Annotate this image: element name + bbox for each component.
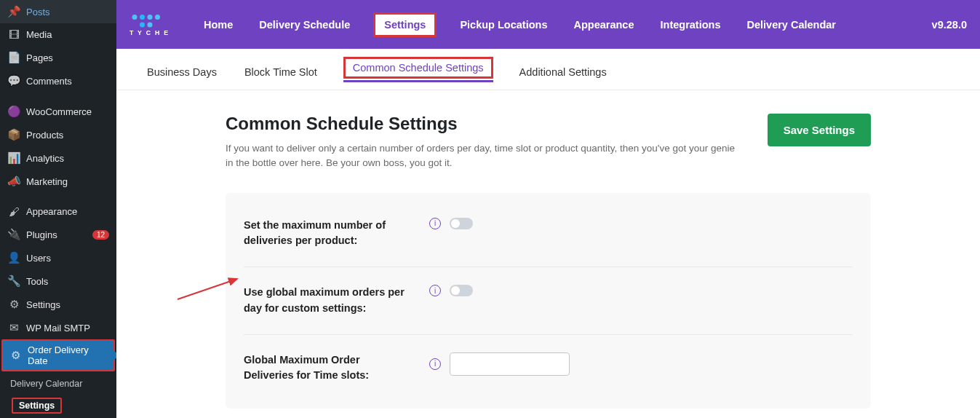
nav-settings[interactable]: Settings <box>373 19 437 31</box>
mega-icon: 📣 <box>7 175 20 188</box>
brush-icon: 🖌 <box>7 205 20 218</box>
page-icon: 📄 <box>7 51 20 64</box>
subtab-common-schedule-settings[interactable]: Common Schedule Settings <box>343 62 493 82</box>
sidebar-item-analytics[interactable]: 📊Analytics <box>0 146 116 170</box>
sidebar-item-pages[interactable]: 📄Pages <box>0 46 116 69</box>
pin-icon: 📌 <box>7 5 20 18</box>
subtab-business-days[interactable]: Business Days <box>146 62 218 82</box>
sidebar-subitem-delivery-calendar[interactable]: Delivery Calendar <box>0 374 116 393</box>
nav-integrations[interactable]: Integrations <box>658 13 724 36</box>
info-icon[interactable]: i <box>429 358 441 370</box>
sidebar-item-products[interactable]: 📦Products <box>0 123 116 146</box>
sidebar-item-label: Order Delivery Date <box>28 344 108 366</box>
svg-line-7 <box>178 279 237 299</box>
sidebar-item-woocommerce[interactable]: 🟣WooCommerce <box>0 100 116 123</box>
user-icon: 👤 <box>7 251 20 264</box>
brand-logo: T Y C H E <box>130 11 180 39</box>
settings-subtabs: Business DaysBlock Time SlotCommon Sched… <box>116 49 980 90</box>
sidebar-item-label: Pages <box>26 52 109 63</box>
sidebar-item-label: Settings <box>26 299 109 310</box>
sidebar-item-label: Marketing <box>26 176 109 187</box>
sidebar-item-media[interactable]: 🎞Media <box>0 23 116 46</box>
sidebar-item-plugins[interactable]: 🔌Plugins12 <box>0 223 116 246</box>
wrench-icon: 🔧 <box>7 275 20 288</box>
woo-icon: 🟣 <box>7 105 20 118</box>
field-label-use-global-max: Use global maximum orders per day for cu… <box>244 285 407 317</box>
nav-appearance[interactable]: Appearance <box>570 13 637 36</box>
gear-icon: ⚙ <box>9 349 22 362</box>
svg-point-3 <box>155 15 160 20</box>
plugin-topnav: T Y C H E HomeDelivery ScheduleSettingsP… <box>116 0 980 49</box>
sidebar-item-comments[interactable]: 💬Comments <box>0 69 116 92</box>
settings-panel: Set the maximum number of deliveries per… <box>226 193 871 409</box>
sidebar-subitem-settings[interactable]: Settings <box>0 393 116 418</box>
page-title: Common Schedule Settings <box>226 114 753 134</box>
sidebar-item-tools[interactable]: 🔧Tools <box>0 269 116 293</box>
sidebar-item-label: Comments <box>26 76 109 87</box>
update-count-badge: 12 <box>92 230 109 240</box>
sidebar-item-label: WP Mail SMTP <box>26 323 109 334</box>
plugin-version: v9.28.0 <box>932 19 967 31</box>
sidebar-item-label: Products <box>26 130 109 141</box>
field-label-max-per-product: Set the maximum number of deliveries per… <box>244 218 407 250</box>
sidebar-item-label: Analytics <box>26 153 109 164</box>
sidebar-item-label: Tools <box>26 276 109 287</box>
nav-delivery-calendar[interactable]: Delivery Calendar <box>744 13 839 36</box>
svg-point-5 <box>148 22 153 27</box>
svg-point-1 <box>140 15 145 20</box>
sidebar-item-label: WooCommerce <box>26 106 109 117</box>
info-icon[interactable]: i <box>429 285 441 296</box>
main-content: T Y C H E HomeDelivery ScheduleSettingsP… <box>116 0 980 418</box>
comment-icon: 💬 <box>7 74 20 87</box>
sidebar-item-posts[interactable]: 📌Posts <box>0 0 116 23</box>
sidebar-item-label: Plugins <box>26 229 87 240</box>
input-global-max-slots[interactable] <box>450 352 570 376</box>
page-description: If you want to deliver only a certain nu… <box>226 141 735 171</box>
svg-point-2 <box>148 15 153 20</box>
nav-home[interactable]: Home <box>201 13 236 36</box>
chart-icon: 📊 <box>7 151 20 165</box>
box-icon: 📦 <box>7 128 20 141</box>
subtab-additional-settings[interactable]: Additional Settings <box>518 62 608 82</box>
sidebar-item-appearance[interactable]: 🖌Appearance <box>0 200 116 223</box>
toggle-use-global-max[interactable] <box>450 285 473 296</box>
sidebar-item-label: Posts <box>26 7 109 17</box>
wp-admin-sidebar: 📌Posts🎞Media📄Pages💬Comments🟣WooCommerce📦… <box>0 0 116 418</box>
nav-pickup-locations[interactable]: Pickup Locations <box>457 13 550 36</box>
nav-delivery-schedule[interactable]: Delivery Schedule <box>256 13 353 36</box>
annotation-arrow <box>178 276 250 307</box>
media-icon: 🎞 <box>7 28 20 41</box>
sliders-icon: ⚙ <box>7 298 20 311</box>
sidebar-item-label: Users <box>26 253 109 264</box>
svg-point-0 <box>132 15 138 20</box>
plug-icon: 🔌 <box>7 228 20 241</box>
sidebar-item-users[interactable]: 👤Users <box>0 246 116 269</box>
sidebar-item-marketing[interactable]: 📣Marketing <box>0 170 116 193</box>
sidebar-item-order-delivery-date[interactable]: ⚙Order Delivery Date <box>1 339 115 371</box>
svg-text:T Y C H E: T Y C H E <box>130 29 170 36</box>
field-label-global-max-slots: Global Maximum Order Deliveries for Time… <box>244 352 407 385</box>
info-icon[interactable]: i <box>429 218 441 229</box>
sidebar-item-wp-mail-smtp[interactable]: ✉WP Mail SMTP <box>0 316 116 339</box>
sidebar-item-settings[interactable]: ⚙Settings <box>0 293 116 316</box>
save-settings-button[interactable]: Save Settings <box>768 114 871 146</box>
toggle-max-per-product[interactable] <box>450 218 473 229</box>
subtab-block-time-slot[interactable]: Block Time Slot <box>243 62 319 82</box>
mail-icon: ✉ <box>7 321 20 334</box>
sidebar-item-label: Appearance <box>26 206 109 217</box>
svg-point-4 <box>140 22 145 27</box>
sidebar-item-label: Media <box>26 29 109 40</box>
